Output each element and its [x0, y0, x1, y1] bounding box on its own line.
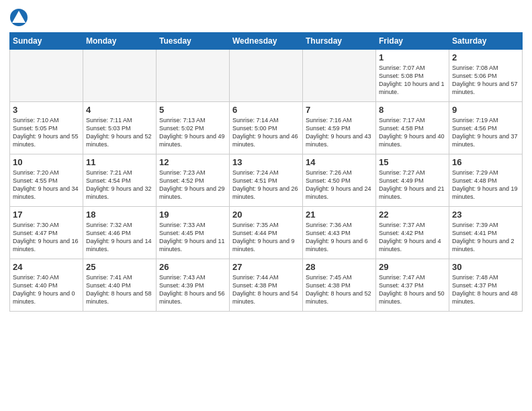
- day-number: 30: [452, 262, 519, 272]
- cal-cell: 8Sunrise: 7:17 AM Sunset: 4:58 PM Daylig…: [376, 102, 449, 154]
- cal-cell: 2Sunrise: 7:08 AM Sunset: 5:06 PM Daylig…: [449, 50, 523, 102]
- day-number: 2: [452, 52, 519, 62]
- day-number: 19: [159, 210, 226, 220]
- day-number: 20: [232, 210, 300, 220]
- cal-cell: 22Sunrise: 7:37 AM Sunset: 4:42 PM Dayli…: [376, 207, 449, 259]
- cal-cell: 17Sunrise: 7:30 AM Sunset: 4:47 PM Dayli…: [10, 207, 83, 259]
- day-info: Sunrise: 7:24 AM Sunset: 4:51 PM Dayligh…: [232, 169, 300, 201]
- cal-cell: 21Sunrise: 7:36 AM Sunset: 4:43 PM Dayli…: [303, 207, 376, 259]
- day-info: Sunrise: 7:45 AM Sunset: 4:38 PM Dayligh…: [306, 273, 373, 306]
- week-row-4: 17Sunrise: 7:30 AM Sunset: 4:47 PM Dayli…: [10, 207, 523, 259]
- day-info: Sunrise: 7:41 AM Sunset: 4:40 PM Dayligh…: [86, 273, 153, 306]
- cal-cell: 24Sunrise: 7:40 AM Sunset: 4:40 PM Dayli…: [10, 259, 83, 312]
- day-number: 16: [452, 157, 519, 167]
- col-header-wednesday: Wednesday: [230, 33, 303, 50]
- day-info: Sunrise: 7:17 AM Sunset: 4:58 PM Dayligh…: [379, 116, 446, 149]
- cal-cell: 25Sunrise: 7:41 AM Sunset: 4:40 PM Dayli…: [83, 259, 157, 312]
- week-row-1: 1Sunrise: 7:07 AM Sunset: 5:08 PM Daylig…: [10, 50, 523, 102]
- day-info: Sunrise: 7:30 AM Sunset: 4:47 PM Dayligh…: [13, 221, 80, 254]
- col-header-friday: Friday: [376, 33, 449, 50]
- day-number: 7: [306, 105, 373, 115]
- day-info: Sunrise: 7:37 AM Sunset: 4:42 PM Dayligh…: [379, 221, 446, 254]
- day-number: 12: [159, 157, 226, 167]
- cal-cell: 27Sunrise: 7:44 AM Sunset: 4:38 PM Dayli…: [230, 259, 303, 312]
- day-info: Sunrise: 7:48 AM Sunset: 4:37 PM Dayligh…: [452, 273, 519, 306]
- day-number: 10: [13, 157, 80, 167]
- day-number: 17: [13, 210, 80, 220]
- col-header-tuesday: Tuesday: [157, 33, 230, 50]
- day-info: Sunrise: 7:43 AM Sunset: 4:39 PM Dayligh…: [159, 273, 226, 306]
- day-number: 27: [232, 262, 300, 272]
- day-info: Sunrise: 7:08 AM Sunset: 5:06 PM Dayligh…: [452, 64, 519, 97]
- cal-cell: [10, 50, 83, 102]
- week-row-2: 3Sunrise: 7:10 AM Sunset: 5:05 PM Daylig…: [10, 102, 523, 154]
- day-info: Sunrise: 7:11 AM Sunset: 5:03 PM Dayligh…: [86, 116, 153, 149]
- cal-cell: 7Sunrise: 7:16 AM Sunset: 4:59 PM Daylig…: [303, 102, 376, 154]
- day-number: 21: [306, 210, 373, 220]
- day-info: Sunrise: 7:39 AM Sunset: 4:41 PM Dayligh…: [452, 221, 519, 254]
- day-number: 28: [306, 262, 373, 272]
- logo-icon: [9, 8, 28, 27]
- cal-cell: 14Sunrise: 7:26 AM Sunset: 4:50 PM Dayli…: [303, 154, 376, 207]
- calendar-table: SundayMondayTuesdayWednesdayThursdayFrid…: [9, 32, 523, 312]
- page-container: SundayMondayTuesdayWednesdayThursdayFrid…: [0, 0, 532, 318]
- cal-cell: 11Sunrise: 7:21 AM Sunset: 4:54 PM Dayli…: [83, 154, 157, 207]
- day-info: Sunrise: 7:44 AM Sunset: 4:38 PM Dayligh…: [232, 273, 300, 306]
- cal-cell: 13Sunrise: 7:24 AM Sunset: 4:51 PM Dayli…: [230, 154, 303, 207]
- cal-cell: 1Sunrise: 7:07 AM Sunset: 5:08 PM Daylig…: [376, 50, 449, 102]
- cal-cell: 15Sunrise: 7:27 AM Sunset: 4:49 PM Dayli…: [376, 154, 449, 207]
- day-number: 9: [452, 105, 519, 115]
- cal-cell: 19Sunrise: 7:33 AM Sunset: 4:45 PM Dayli…: [157, 207, 230, 259]
- header: [9, 7, 523, 27]
- day-info: Sunrise: 7:32 AM Sunset: 4:46 PM Dayligh…: [86, 221, 153, 254]
- day-number: 4: [86, 105, 153, 115]
- day-number: 13: [232, 157, 300, 167]
- day-number: 3: [13, 105, 80, 115]
- day-number: 11: [86, 157, 153, 167]
- day-info: Sunrise: 7:23 AM Sunset: 4:52 PM Dayligh…: [159, 169, 226, 201]
- day-number: 14: [306, 157, 373, 167]
- cal-cell: 16Sunrise: 7:29 AM Sunset: 4:48 PM Dayli…: [449, 154, 523, 207]
- cal-cell: 23Sunrise: 7:39 AM Sunset: 4:41 PM Dayli…: [449, 207, 523, 259]
- day-number: 15: [379, 157, 446, 167]
- day-number: 24: [13, 262, 80, 272]
- col-header-saturday: Saturday: [449, 33, 523, 50]
- col-header-sunday: Sunday: [10, 33, 83, 50]
- day-info: Sunrise: 7:26 AM Sunset: 4:50 PM Dayligh…: [306, 169, 373, 201]
- cal-cell: 6Sunrise: 7:14 AM Sunset: 5:00 PM Daylig…: [230, 102, 303, 154]
- cal-cell: 3Sunrise: 7:10 AM Sunset: 5:05 PM Daylig…: [10, 102, 83, 154]
- day-info: Sunrise: 7:36 AM Sunset: 4:43 PM Dayligh…: [306, 221, 373, 254]
- cal-cell: 9Sunrise: 7:19 AM Sunset: 4:56 PM Daylig…: [449, 102, 523, 154]
- cal-cell: 18Sunrise: 7:32 AM Sunset: 4:46 PM Dayli…: [83, 207, 157, 259]
- cal-cell: 28Sunrise: 7:45 AM Sunset: 4:38 PM Dayli…: [303, 259, 376, 312]
- col-header-thursday: Thursday: [303, 33, 376, 50]
- cal-cell: 10Sunrise: 7:20 AM Sunset: 4:55 PM Dayli…: [10, 154, 83, 207]
- day-info: Sunrise: 7:21 AM Sunset: 4:54 PM Dayligh…: [86, 169, 153, 201]
- day-number: 23: [452, 210, 519, 220]
- day-info: Sunrise: 7:13 AM Sunset: 5:02 PM Dayligh…: [159, 116, 226, 149]
- day-number: 6: [232, 105, 300, 115]
- cal-cell: 4Sunrise: 7:11 AM Sunset: 5:03 PM Daylig…: [83, 102, 157, 154]
- day-info: Sunrise: 7:33 AM Sunset: 4:45 PM Dayligh…: [159, 221, 226, 254]
- day-number: 8: [379, 105, 446, 115]
- day-info: Sunrise: 7:35 AM Sunset: 4:44 PM Dayligh…: [232, 221, 300, 254]
- cal-cell: [230, 50, 303, 102]
- day-number: 26: [159, 262, 226, 272]
- cal-cell: 26Sunrise: 7:43 AM Sunset: 4:39 PM Dayli…: [157, 259, 230, 312]
- day-info: Sunrise: 7:47 AM Sunset: 4:37 PM Dayligh…: [379, 273, 446, 306]
- day-number: 22: [379, 210, 446, 220]
- week-row-3: 10Sunrise: 7:20 AM Sunset: 4:55 PM Dayli…: [10, 154, 523, 207]
- cal-cell: 5Sunrise: 7:13 AM Sunset: 5:02 PM Daylig…: [157, 102, 230, 154]
- col-header-monday: Monday: [83, 33, 157, 50]
- day-of-week-row: SundayMondayTuesdayWednesdayThursdayFrid…: [10, 33, 523, 50]
- day-info: Sunrise: 7:14 AM Sunset: 5:00 PM Dayligh…: [232, 116, 300, 149]
- day-number: 18: [86, 210, 153, 220]
- logo: [9, 9, 31, 27]
- day-number: 25: [86, 262, 153, 272]
- cal-cell: 12Sunrise: 7:23 AM Sunset: 4:52 PM Dayli…: [157, 154, 230, 207]
- day-info: Sunrise: 7:16 AM Sunset: 4:59 PM Dayligh…: [306, 116, 373, 149]
- cal-cell: 20Sunrise: 7:35 AM Sunset: 4:44 PM Dayli…: [230, 207, 303, 259]
- day-number: 5: [159, 105, 226, 115]
- day-info: Sunrise: 7:27 AM Sunset: 4:49 PM Dayligh…: [379, 169, 446, 201]
- week-row-5: 24Sunrise: 7:40 AM Sunset: 4:40 PM Dayli…: [10, 259, 523, 312]
